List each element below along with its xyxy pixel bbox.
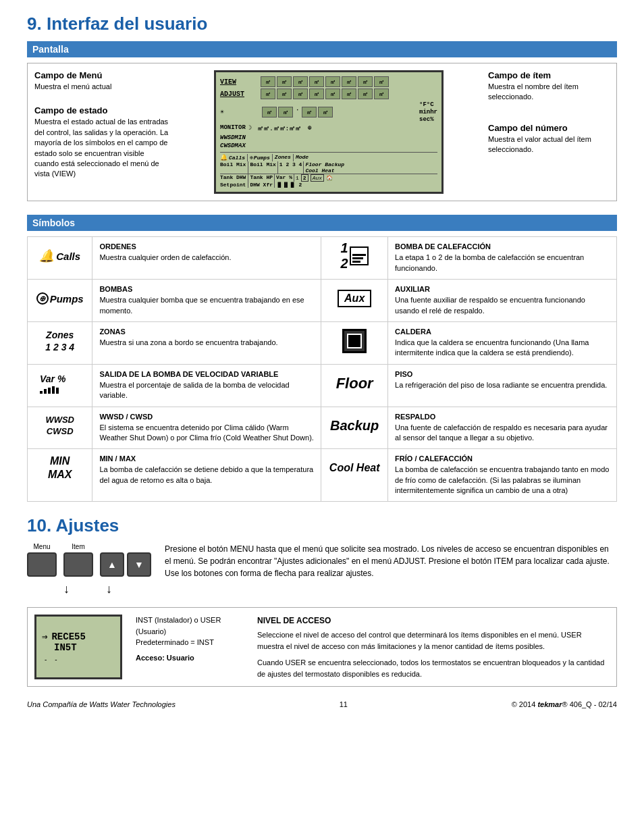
pantalla-right-labels: Campo de ítem Muestra el nombre del ítem… [488,70,610,194]
access-acceso-text: Acceso: Usuario [136,652,244,664]
symbol-zones: Zones 1 2 3 4 [28,321,92,364]
access-container: ⇒ RECE55 IN5T - - INST (Instalador) o US… [27,607,617,687]
symbol-backup: Backup [321,407,388,449]
simbolos-table: 🔔 Calls ORDENES Muestra cualquier orden … [27,236,617,502]
aux-box: Aux [338,290,371,307]
symbol-minmax: MIN MAX [28,449,92,502]
campo-item-desc: Muestra el nombre del ítem seleccionado. [488,82,610,103]
arrow-buttons: ▲ ▼ [100,552,151,577]
floor-text: Floor [336,375,373,392]
minmax-text: MIN MAX [48,454,72,483]
table-row: Var % SALIDA DE LA BOMBA DE VELOCIDAD VA… [28,364,617,407]
ajustes-intro-text: Presione el botón MENU hasta que el menú… [165,543,617,579]
campo-numero-desc: Muestra el valor actual del ítem selecci… [488,134,610,155]
symbol-calls: 🔔 Calls [28,237,92,280]
symbol-pumps: ⊕ Pumps [28,280,92,322]
symbol-wwsd-info: WWSD / CWSD El sistema se encuentra dete… [92,407,321,449]
symbol-calls-info: ORDENES Muestra cualquier orden de calef… [92,237,321,280]
access-inst-user-text: INST (Instalador) o USER (Usuario) Prede… [136,615,244,648]
up-button[interactable]: ▲ [100,552,124,577]
backup-text: Backup [330,418,379,434]
symbol-minmax-info: MIN / MAX La bomba de calefacción se det… [92,449,321,502]
table-row: 🔔 Calls ORDENES Muestra cualquier orden … [28,237,617,280]
symbol-zones-info: ZONAS Muestra si una zona a bordo se enc… [92,321,321,364]
access-desc2: Cuando USER se encuentra seleccionado, t… [257,657,610,679]
section9-title: 9. Interfaz del usuario [27,14,617,34]
down-button[interactable]: ▼ [127,552,151,577]
symbol-pump-stages-info: BOMBA DE CALEFACCIÓN La etapa 1 o 2 de l… [388,237,617,280]
down-arrow-indicator-right: ↓ [106,582,112,596]
pantalla-left-labels: Campo de Menú Muestra el menú actual Cam… [34,70,169,194]
symbol-pumps-info: BOMBAS Muestra cualquier bomba que se en… [92,280,321,322]
table-row: ⊕ Pumps BOMBAS Muestra cualquier bomba q… [28,280,617,322]
access-title: NIVEL DE ACCESO [257,615,610,627]
pantalla-bar: Pantalla [27,41,617,57]
item-button-box: Item [63,543,93,577]
table-row: WWSD CWSD WWSD / CWSD El sistema se encu… [28,407,617,449]
access-lcd: ⇒ RECE55 IN5T - - [34,615,122,679]
simbolos-bar: Símbolos [27,215,617,231]
menu-button-box: Menu [27,543,57,577]
symbol-wwsd: WWSD CWSD [28,407,92,449]
table-row: Zones 1 2 3 4 ZONAS Muestra si una zona … [28,321,617,364]
symbol-backup-info: RESPALDO Una fuente de calefacción de re… [388,407,617,449]
ajustes-intro: Menu Item ▲ ▼ ↓ ↓ Presione el botón MENU… [27,543,617,596]
symbol-aux: Aux [321,280,388,322]
lcd-display: VIEW ㎥㎥㎥ ㎥㎥㎥ ㎥㎥ ADJUST ㎥㎥㎥ ㎥㎥㎥ ㎥㎥ [214,70,444,194]
campo-menu-label: Campo de Menú [34,70,169,80]
symbol-cool-heat: Cool Heat [321,449,388,502]
symbol-var: Var % [28,364,92,407]
wwsd-text: WWSD CWSD [45,415,74,438]
access-lcd-row1: ⇒ RECE55 [42,631,86,642]
page-footer: Una Compañía de Watts Water Technologies… [27,700,617,708]
symbol-boiler [321,321,388,364]
footer-copyright: © 2014 tekmar® 406_Q - 02/14 [512,700,617,708]
ajustes-buttons: Menu Item ▲ ▼ ↓ ↓ [27,543,151,596]
symbol-floor: Floor [321,364,388,407]
campo-item-label: Campo de ítem [488,70,610,80]
campo-estado-label: Campo de estado [34,105,169,115]
table-row: MIN MAX MIN / MAX La bomba de calefacció… [28,449,617,502]
access-lcd-row2: IN5T [54,642,77,653]
access-middle: INST (Instalador) o USER (Usuario) Prede… [136,615,244,679]
campo-estado-desc: Muestra el estado actual de las entradas… [34,117,169,179]
campo-numero-label: Campo del número [488,123,610,133]
item-btn-label: Item [63,543,93,550]
symbol-aux-info: AUXILIAR Una fuente auxiliar de respaldo… [388,280,617,322]
menu-btn-label: Menu [27,543,57,550]
cool-heat-text: Cool Heat [329,462,380,474]
down-arrow-indicator-left: ↓ [63,582,70,596]
footer-page-number: 11 [340,700,348,708]
footer-company: Una Compañía de Watts Water Technologies [27,700,176,708]
symbol-cool-heat-info: FRÍO / CALEFACCIÓN La bomba de calefacci… [388,449,617,502]
access-right: NIVEL DE ACCESO Seleccione el nivel de a… [257,615,610,679]
symbol-boiler-info: CALDERA Indica que la caldera se encuent… [388,321,617,364]
symbol-var-info: SALIDA DE LA BOMBA DE VELOCIDAD VARIABLE… [92,364,321,407]
campo-menu-desc: Muestra el menú actual [34,82,169,92]
lcd-display-area: VIEW ㎥㎥㎥ ㎥㎥㎥ ㎥㎥ ADJUST ㎥㎥㎥ ㎥㎥㎥ ㎥㎥ [176,70,481,194]
pantalla-section: Campo de Menú Muestra el menú actual Cam… [27,63,617,201]
menu-button[interactable] [27,552,57,577]
section10-title: 10. Ajustes [27,515,617,536]
symbol-pump-stages: 1 2 [321,237,388,280]
symbol-floor-info: PISO La refrigeración del piso de losa r… [388,364,617,407]
item-button[interactable] [63,552,93,577]
access-desc1: Seleccione el nivel de acceso del contro… [257,629,610,652]
